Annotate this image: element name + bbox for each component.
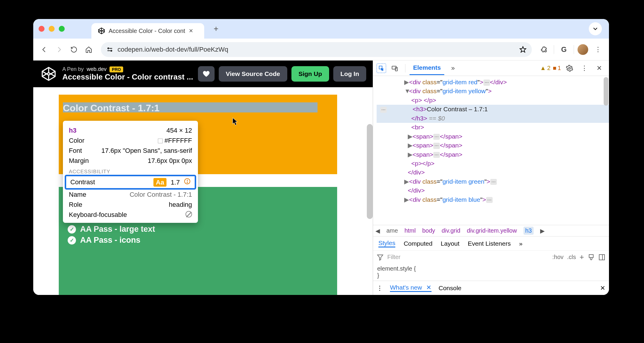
codepen-logo-icon[interactable] [40, 65, 58, 83]
new-tab-button[interactable]: + [210, 23, 222, 35]
home-button[interactable] [83, 43, 95, 56]
svg-point-5 [111, 50, 112, 51]
svg-marker-18 [377, 255, 383, 260]
scroll-left-icon[interactable]: ◀ [375, 227, 380, 234]
more-styles-tabs-icon[interactable]: » [519, 240, 523, 247]
pen-info: A Pen by web.dev PRO Accessible Color - … [62, 66, 193, 82]
filter-input[interactable]: Filter [387, 254, 549, 261]
tooltip-value: heading [169, 201, 192, 209]
cls-toggle[interactable]: .cls [567, 254, 576, 261]
drawer-menu-button[interactable]: ⋮ [377, 285, 383, 292]
status-line-pass-1: ✓ AA Pass - large text [68, 225, 328, 234]
elements-tree[interactable]: ▶<div class="grid-item red">⋯</div> ▼<di… [373, 76, 609, 225]
breadcrumb-item[interactable]: div.grid [442, 227, 460, 234]
tooltip-label: Font [69, 147, 82, 155]
svg-point-3 [108, 48, 109, 49]
hov-toggle[interactable]: :hov [552, 254, 564, 261]
tooltip-value: 17.6px "Open Sans", sans-serif [101, 147, 192, 155]
browser-menu-button[interactable]: ⋮ [592, 43, 604, 56]
device-toggle-button[interactable] [388, 62, 401, 74]
minimize-window-button[interactable] [49, 26, 55, 32]
window-controls [39, 26, 65, 32]
more-tabs-button[interactable]: » [447, 62, 459, 74]
scroll-right-icon[interactable]: ▶ [540, 227, 545, 234]
whats-new-tab[interactable]: What's new ✕ [390, 284, 432, 292]
styles-tab[interactable]: Styles [378, 239, 395, 247]
site-settings-icon[interactable] [106, 46, 113, 53]
star-icon[interactable] [519, 46, 526, 53]
color-swatch [158, 139, 163, 143]
elements-breadcrumb[interactable]: ◀ ame html body div.grid div.grid-item.y… [373, 225, 609, 236]
tooltip-value: 17.6px 0px 0px [148, 157, 192, 165]
devtools-toolbar: Elements » ▲2 ■1 ⋮ ✕ [373, 61, 609, 76]
elements-tab[interactable]: Elements [410, 61, 444, 75]
favorite-button[interactable] [198, 66, 215, 82]
breadcrumb-item[interactable]: div.grid-item.yellow [467, 227, 517, 234]
devtools-menu-button[interactable]: ⋮ [578, 62, 591, 74]
codepen-actions: View Source Code Sign Up Log In [198, 66, 366, 82]
view-source-button[interactable]: View Source Code [219, 66, 287, 82]
settings-button[interactable] [563, 62, 576, 74]
close-devtools-button[interactable]: ✕ [593, 62, 605, 74]
page-scrollbar[interactable] [367, 124, 373, 219]
signup-button[interactable]: Sign Up [291, 66, 329, 82]
tooltip-label: Color [69, 137, 85, 144]
element-style-rule[interactable]: element.style { } [373, 263, 609, 281]
cursor-icon [232, 117, 239, 128]
tooltip-label: Role [69, 201, 82, 209]
devtools-scrollbar[interactable] [604, 77, 608, 106]
back-button[interactable] [38, 43, 50, 56]
google-account-icon[interactable]: G [558, 43, 570, 56]
breadcrumb-item[interactable]: ame [386, 227, 398, 234]
login-button[interactable]: Log In [333, 66, 366, 82]
browser-tab[interactable]: Accessible Color - Color cont ✕ [91, 23, 204, 39]
breadcrumb-item-active[interactable]: h3 [524, 227, 534, 235]
tooltip-value: #FFFFFF [158, 137, 192, 144]
profile-avatar[interactable] [578, 44, 588, 55]
close-tab-button[interactable]: ✕ [189, 28, 193, 34]
devtools-drawer: ⋮ What's new ✕ Console ✕ [373, 281, 609, 295]
status-text: AA Pass - large text [80, 225, 155, 234]
issues-warning-count[interactable]: ▲2 [540, 65, 551, 72]
close-drawer-button[interactable]: ✕ [600, 285, 605, 292]
accessibility-section-label: ACCESSIBILITY [69, 169, 192, 175]
close-window-button[interactable] [39, 26, 45, 32]
extensions-button[interactable] [538, 43, 550, 56]
pro-badge: PRO [110, 66, 123, 72]
svg-rect-19 [589, 255, 593, 258]
issues-error-count[interactable]: ■1 [553, 65, 561, 72]
codepen-header: A Pen by web.dev PRO Accessible Color - … [33, 61, 373, 87]
page-viewport: A Pen by web.dev PRO Accessible Color - … [33, 61, 373, 295]
svg-point-17 [569, 67, 570, 69]
status-line-pass-2: ✓ AA Pass - icons [68, 236, 328, 245]
breadcrumb-item[interactable]: html [405, 227, 416, 234]
brush-icon[interactable] [588, 254, 595, 261]
author-link[interactable]: web.dev [87, 66, 107, 72]
panel-layout-icon[interactable] [598, 254, 605, 261]
contrast-label: Contrast [70, 178, 95, 186]
aa-badge: Aa [153, 178, 166, 187]
contrast-row-highlighted: Contrast Aa 1.7 [65, 175, 196, 190]
reload-button[interactable] [68, 43, 80, 56]
computed-tab[interactable]: Computed [404, 240, 432, 247]
forward-button[interactable] [53, 43, 65, 56]
close-icon[interactable]: ✕ [426, 284, 432, 291]
inspect-element-button[interactable] [377, 63, 386, 73]
not-focusable-icon [185, 211, 192, 217]
svg-rect-20 [599, 255, 605, 260]
layout-tab[interactable]: Layout [441, 240, 459, 247]
event-listeners-tab[interactable]: Event Listeners [468, 240, 511, 247]
codepen-icon [98, 27, 105, 34]
svg-marker-7 [520, 47, 526, 52]
tooltip-dimensions: 454 × 12 [166, 127, 192, 134]
tabs-menu-button[interactable] [589, 22, 602, 35]
breadcrumb-item[interactable]: body [422, 227, 435, 234]
browser-toolbar: codepen.io/web-dot-dev/full/PoeKzWq G ⋮ [33, 39, 609, 61]
console-tab[interactable]: Console [439, 285, 461, 292]
maximize-window-button[interactable] [59, 26, 65, 32]
inspect-tooltip: h3 454 × 12 Color #FFFFFF Font 17.6px "O… [63, 121, 198, 223]
new-rule-button[interactable]: + [580, 253, 584, 262]
address-bar[interactable]: codepen.io/web-dot-dev/full/PoeKzWq [101, 42, 532, 57]
pen-title: Accessible Color - Color contrast ... [62, 72, 193, 82]
svg-point-13 [187, 182, 188, 183]
